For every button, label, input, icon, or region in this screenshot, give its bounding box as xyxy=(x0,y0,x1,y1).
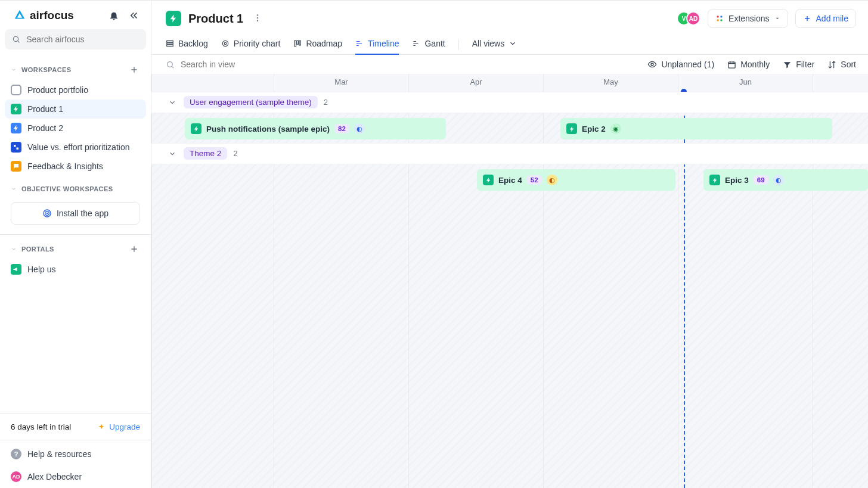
install-app-button[interactable]: Install the app xyxy=(11,202,140,225)
bolt-icon xyxy=(566,123,577,134)
svg-rect-14 xyxy=(167,43,173,44)
tab-priority-chart[interactable]: Priority chart xyxy=(221,35,281,54)
epic-card[interactable]: Epic 3 69 ◐ xyxy=(703,169,868,191)
month-col: Jun xyxy=(678,74,813,92)
chevron-down-icon xyxy=(774,15,780,21)
epic-card[interactable]: Epic 2 ◉ xyxy=(560,118,832,139)
svg-rect-2 xyxy=(17,148,19,150)
collapse-sidebar-icon[interactable] xyxy=(128,10,140,21)
trial-text: 6 days left in trial xyxy=(11,422,71,431)
tab-roadmap[interactable]: Roadmap xyxy=(293,35,342,54)
sidebar-search-input[interactable] xyxy=(26,35,139,44)
workspace-icon xyxy=(166,11,181,26)
presence-avatars[interactable]: V AD xyxy=(677,11,700,26)
month-col: Apr xyxy=(408,74,543,92)
megaphone-icon xyxy=(11,264,21,275)
svg-point-7 xyxy=(257,17,258,18)
month-col: Mar xyxy=(274,74,408,92)
epic-card[interactable]: Push notifications (sample epic) 82 ◐ xyxy=(185,118,446,139)
theme-row[interactable]: Theme 2 2 xyxy=(151,143,868,164)
main: Product 1 V AD Extensions Add mile xyxy=(151,1,868,488)
svg-point-0 xyxy=(13,36,18,41)
extensions-button[interactable]: Extensions xyxy=(708,9,788,28)
plus-icon xyxy=(803,14,811,23)
sidebar-search[interactable] xyxy=(5,29,146,49)
tab-timeline[interactable]: Timeline xyxy=(355,35,399,54)
sort-button[interactable]: Sort xyxy=(827,60,856,69)
list-icon xyxy=(166,39,174,48)
sparkle-icon xyxy=(97,423,106,431)
svg-point-17 xyxy=(224,42,227,45)
score-badge: 82 xyxy=(334,124,349,133)
calendar-icon xyxy=(727,60,736,69)
user-menu[interactable]: AD Alex Debecker xyxy=(0,465,151,488)
chevron-down-icon[interactable] xyxy=(11,186,17,192)
logo[interactable]: airfocus xyxy=(13,9,74,22)
theme-count: 2 xyxy=(233,149,237,158)
page-menu-button[interactable] xyxy=(250,11,265,27)
view-search-input[interactable] xyxy=(181,60,324,69)
month-col: May xyxy=(543,74,678,92)
unplanned-button[interactable]: Unplanned (1) xyxy=(647,60,714,69)
portals-list: Help us xyxy=(0,259,151,280)
svg-rect-1 xyxy=(14,145,16,147)
monthly-button[interactable]: Monthly xyxy=(727,60,770,69)
target-icon xyxy=(221,39,230,48)
timeline-icon xyxy=(355,39,364,48)
page-title: Product 1 xyxy=(188,12,243,26)
score-badge: 52 xyxy=(527,175,542,185)
svg-rect-23 xyxy=(728,62,735,68)
svg-point-10 xyxy=(720,15,723,18)
gantt-icon xyxy=(412,39,420,48)
user-avatar: AD xyxy=(11,471,21,482)
tab-all-views[interactable]: All views xyxy=(472,35,517,54)
svg-point-12 xyxy=(720,19,723,21)
add-portal-button[interactable] xyxy=(128,243,140,255)
filter-button[interactable]: Filter xyxy=(783,60,814,69)
svg-point-9 xyxy=(717,15,719,18)
svg-point-5 xyxy=(46,213,47,213)
chevron-down-icon[interactable] xyxy=(11,67,17,73)
svg-rect-20 xyxy=(299,41,300,45)
svg-rect-15 xyxy=(167,45,173,46)
svg-point-22 xyxy=(651,63,653,66)
sidebar-item-help-us[interactable]: Help us xyxy=(5,260,146,279)
timeline-view[interactable]: Mar Apr May Jun Jul Sample milest xyxy=(151,74,868,488)
status-icon: ◐ xyxy=(773,175,784,185)
sidebar-item-product-1[interactable]: Product 1 xyxy=(5,100,146,119)
square-icon xyxy=(11,85,21,95)
sidebar-item-product-portfolio[interactable]: Product portfolio xyxy=(5,80,146,100)
avatar: AD xyxy=(686,11,700,26)
upgrade-link[interactable]: Upgrade xyxy=(97,422,140,431)
month-col xyxy=(151,74,274,92)
tab-backlog[interactable]: Backlog xyxy=(166,35,208,54)
chevron-down-icon[interactable] xyxy=(11,246,17,252)
month-header: Mar Apr May Jun Jul xyxy=(151,74,868,92)
portals-header: PORTALS xyxy=(0,235,151,259)
theme-label: Theme 2 xyxy=(184,147,227,160)
tab-gantt[interactable]: Gantt xyxy=(412,35,445,54)
notifications-icon[interactable] xyxy=(108,10,120,21)
svg-point-8 xyxy=(257,20,258,21)
bolt-icon xyxy=(191,123,202,134)
svg-point-6 xyxy=(257,14,258,15)
sidebar-item-value-effort[interactable]: Value vs. effort prioritization xyxy=(5,138,146,157)
theme-row[interactable]: User engagement (sample theme) 2 xyxy=(151,92,868,113)
expand-toggle[interactable] xyxy=(167,148,178,159)
sidebar-item-feedback[interactable]: Feedback & Insights xyxy=(5,157,146,176)
expand-toggle[interactable] xyxy=(167,97,178,108)
score-badge: 69 xyxy=(754,175,768,185)
add-milestone-button[interactable]: Add mile xyxy=(795,9,856,28)
filter-icon xyxy=(783,60,792,69)
add-workspace-button[interactable] xyxy=(128,64,140,76)
month-col: Jul xyxy=(813,74,868,92)
sidebar-item-product-2[interactable]: Product 2 xyxy=(5,119,146,138)
objective-workspaces-header: OBJECTIVE WORKSPACES xyxy=(0,177,151,196)
eye-icon xyxy=(647,60,657,69)
help-resources-link[interactable]: ? Help & resources xyxy=(0,440,151,465)
view-tabs: Backlog Priority chart Roadmap Timeline … xyxy=(151,30,868,55)
epic-card[interactable]: Epic 4 52 ◐ xyxy=(477,169,675,191)
extensions-icon xyxy=(715,14,724,23)
chevron-down-icon xyxy=(509,39,517,48)
matrix-icon xyxy=(11,142,21,153)
